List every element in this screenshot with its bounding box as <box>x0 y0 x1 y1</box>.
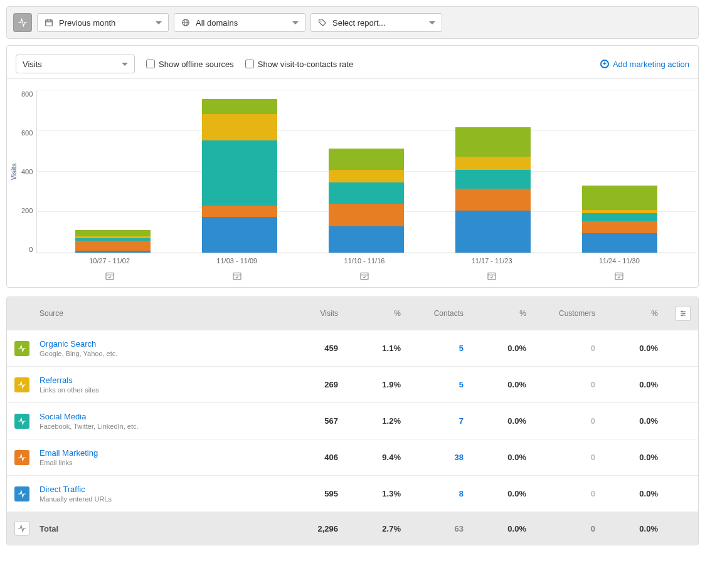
source-name-link[interactable]: Direct Traffic <box>40 485 287 494</box>
bar-segment[interactable] <box>582 233 657 253</box>
source-name-link[interactable]: Email Marketing <box>40 448 287 458</box>
bar-segment[interactable] <box>455 189 531 211</box>
svg-rect-14 <box>488 273 496 280</box>
cell-contacts-link[interactable]: 38 <box>412 453 475 462</box>
tag-icon <box>317 18 327 28</box>
bar-segment[interactable] <box>582 213 657 221</box>
metric-select[interactable]: Visits <box>16 55 135 73</box>
source-name-link[interactable]: Organic Search <box>40 339 287 349</box>
domain-label: All domains <box>196 18 287 28</box>
bar-segment[interactable] <box>455 170 531 188</box>
add-marketing-action-link[interactable]: + Add marketing action <box>600 60 689 69</box>
svg-point-21 <box>682 311 683 312</box>
table-row: ReferralsLinks on other sites2691.9%50.0… <box>7 366 698 402</box>
bar-segment[interactable] <box>329 226 404 253</box>
cell-visits-pct: 9.4% <box>349 453 412 462</box>
chart-toolbar: Visits Show offline sources Show visit-t… <box>7 46 698 79</box>
header-customers[interactable]: Customers <box>538 309 607 318</box>
show-conversion-checkbox[interactable]: Show visit-to-contacts rate <box>245 60 353 69</box>
report-select[interactable]: Select report... <box>310 13 442 32</box>
header-customers-pct[interactable]: % <box>607 309 669 318</box>
y-tick: 200 <box>21 207 33 214</box>
annotation-marker[interactable] <box>72 271 147 281</box>
annotation-marker[interactable] <box>327 271 402 281</box>
filter-toolbar: Previous month All domains Select report… <box>6 6 699 39</box>
bar-segment[interactable] <box>75 230 151 236</box>
total-visits: 2,296 <box>287 524 349 533</box>
annotation-icons-row <box>9 265 696 281</box>
cell-customers: 0 <box>538 344 607 353</box>
chart-bar[interactable] <box>329 149 404 253</box>
pulse-icon <box>18 18 28 28</box>
header-source[interactable]: Source <box>40 309 287 318</box>
y-tick: 600 <box>21 129 33 137</box>
bar-segment[interactable] <box>455 211 531 253</box>
annotation-marker[interactable] <box>581 271 657 281</box>
source-name-link[interactable]: Social Media <box>40 412 287 421</box>
chart-bar[interactable] <box>75 230 151 253</box>
pulse-icon <box>14 414 29 429</box>
show-conversion-input[interactable] <box>245 60 254 68</box>
cell-contacts-link[interactable]: 5 <box>412 344 475 353</box>
chart-plot[interactable] <box>36 90 696 253</box>
calendar-icon <box>44 18 54 28</box>
header-contacts-pct[interactable]: % <box>475 309 538 318</box>
chevron-down-icon <box>429 21 435 24</box>
cell-contacts-link[interactable]: 8 <box>412 489 475 498</box>
source-subtitle: Manually entered URLs <box>40 495 287 503</box>
bar-segment[interactable] <box>202 140 277 206</box>
date-range-select[interactable]: Previous month <box>37 13 169 32</box>
chart-bar[interactable] <box>455 127 531 253</box>
bar-segment[interactable] <box>329 149 404 170</box>
show-offline-input[interactable] <box>146 60 155 68</box>
y-axis-ticks: 8006004002000 <box>21 90 36 253</box>
cell-contacts-pct: 0.0% <box>475 453 538 462</box>
cell-customers: 0 <box>538 416 607 426</box>
bar-segment[interactable] <box>75 251 151 253</box>
y-tick: 0 <box>21 246 33 253</box>
header-visits-pct[interactable]: % <box>349 309 412 318</box>
source-name-link[interactable]: Referrals <box>40 375 287 385</box>
cell-contacts-link[interactable]: 5 <box>412 380 475 389</box>
y-tick: 800 <box>21 90 33 98</box>
total-contacts-pct: 0.0% <box>475 524 538 533</box>
cell-contacts-link[interactable]: 7 <box>412 416 475 426</box>
annotation-marker[interactable] <box>454 271 529 281</box>
pulse-icon-button[interactable] <box>13 13 32 32</box>
bar-segment[interactable] <box>329 204 404 226</box>
cell-customers-pct: 0.0% <box>607 344 669 353</box>
header-visits[interactable]: Visits <box>287 309 349 318</box>
show-offline-checkbox[interactable]: Show offline sources <box>146 60 234 69</box>
cell-customers-pct: 0.0% <box>607 453 669 462</box>
domain-select[interactable]: All domains <box>174 13 305 32</box>
chart-bar[interactable] <box>582 186 657 253</box>
cell-contacts-pct: 0.0% <box>475 489 538 498</box>
bar-segment[interactable] <box>202 217 277 253</box>
header-contacts[interactable]: Contacts <box>412 309 475 318</box>
bar-segment[interactable] <box>329 170 404 182</box>
bar-segment[interactable] <box>202 206 277 217</box>
table-settings-button[interactable] <box>676 306 691 321</box>
svg-rect-0 <box>46 20 53 26</box>
bar-segment[interactable] <box>202 114 277 140</box>
cell-visits-pct: 1.2% <box>349 416 412 426</box>
bar-segment[interactable] <box>202 99 277 114</box>
chevron-down-icon <box>122 63 128 66</box>
svg-point-7 <box>321 21 322 22</box>
bar-segment[interactable] <box>582 186 657 210</box>
annotation-marker[interactable] <box>199 271 275 281</box>
svg-rect-16 <box>615 273 623 280</box>
cell-customers: 0 <box>538 380 607 389</box>
bar-segment[interactable] <box>329 182 404 204</box>
total-visits-pct: 2.7% <box>349 524 412 533</box>
y-tick: 400 <box>21 168 33 176</box>
svg-rect-8 <box>106 273 114 280</box>
bar-segment[interactable] <box>455 127 531 157</box>
bar-segment[interactable] <box>455 157 531 170</box>
bar-segment[interactable] <box>582 221 657 234</box>
chart-bar[interactable] <box>202 99 277 253</box>
bar-segment[interactable] <box>75 241 151 251</box>
pulse-icon <box>14 486 29 501</box>
svg-rect-12 <box>361 273 368 280</box>
pulse-icon <box>14 450 29 465</box>
